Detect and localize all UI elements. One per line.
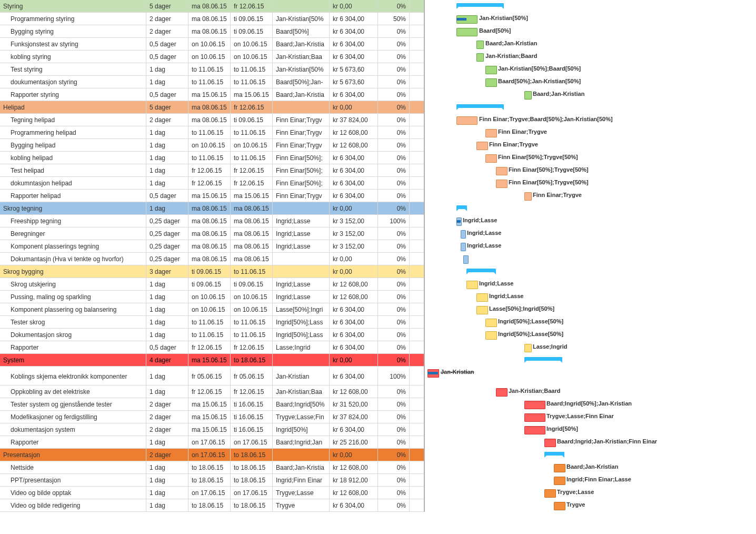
table-row[interactable]: Dokumantasjn (Hva vi tenkte og hvorfor)0… <box>0 253 424 265</box>
task-cost: kr 37 824,00 <box>330 411 378 423</box>
table-row[interactable]: Rapporter1 dagon 17.06.15on 17.06.15Baar… <box>0 436 424 449</box>
gantt-bar[interactable] <box>456 104 504 108</box>
gantt-bar[interactable] <box>476 41 484 49</box>
table-row[interactable]: System4 dagerma 15.06.15to 18.06.15kr 0,… <box>0 354 424 367</box>
table-row[interactable]: Skrog tegning1 dagma 08.06.15ma 08.06.15… <box>0 202 424 215</box>
gantt-bar[interactable] <box>554 502 565 510</box>
gantt-bar[interactable] <box>476 293 488 302</box>
table-row[interactable]: dokumntasjon helipad1 dagfr 12.06.15fr 1… <box>0 177 424 190</box>
table-row[interactable]: Tester system og gjenstående tester2 dag… <box>0 398 424 411</box>
task-name: Pussing, maling og sparkling <box>0 291 146 303</box>
table-row[interactable]: Tegning helipad2 dagerma 08.06.15ti 09.0… <box>0 114 424 126</box>
table-row[interactable]: Beregninger0,25 dagerma 08.06.15ma 08.06… <box>0 228 424 240</box>
gantt-bar[interactable] <box>476 306 488 314</box>
table-row[interactable]: Rapporter helipad0,5 dagerma 15.06.15ma … <box>0 190 424 202</box>
table-row[interactable]: doukumentasjon styring1 dagto 11.06.15to… <box>0 76 424 88</box>
gantt-bar[interactable] <box>485 129 497 137</box>
gantt-bar[interactable] <box>524 401 545 409</box>
gantt-label: Ingrid[50%] <box>546 426 578 432</box>
gantt-label: Baard;Jan-Kristian <box>485 40 537 46</box>
task-start: fr 12.06.15 <box>188 385 231 398</box>
gantt-bar[interactable] <box>524 192 532 201</box>
table-row[interactable]: Tester skrog1 dagto 11.06.15to 11.06.15I… <box>0 316 424 329</box>
table-row[interactable]: Bygging helipad1 dagon 10.06.15on 10.06.… <box>0 139 424 152</box>
gantt-label: Jan-Kristian;Baard <box>485 53 537 59</box>
table-row[interactable]: kobling helipad1 dagto 11.06.15to 11.06.… <box>0 152 424 164</box>
task-duration: 1 dag <box>146 152 188 164</box>
table-row[interactable]: Presentasjon2 dageron 17.06.15to 18.06.1… <box>0 449 424 461</box>
gantt-bar[interactable] <box>524 426 545 434</box>
gantt-bar[interactable] <box>463 255 469 264</box>
table-row[interactable]: Skrog bygging3 dagerti 09.06.15to 11.06.… <box>0 265 424 278</box>
gantt-bar[interactable] <box>524 357 562 361</box>
table-row[interactable]: Nettside1 dagto 18.06.15to 18.06.15Baard… <box>0 461 424 474</box>
gantt-bar[interactable] <box>485 319 497 327</box>
gantt-bar[interactable] <box>524 413 545 422</box>
table-row[interactable]: Styring5 dagerma 08.06.15fr 12.06.15kr 0… <box>0 0 424 13</box>
task-duration: 0,5 dager <box>146 190 188 202</box>
table-row[interactable]: Video og bilde opptak1 dagon 17.06.15on … <box>0 487 424 499</box>
gantt-bar[interactable] <box>524 344 532 352</box>
table-row[interactable]: Dokumentasjon skrog1 dagto 11.06.15to 11… <box>0 329 424 341</box>
gantt-bar[interactable] <box>544 439 556 447</box>
task-duration: 0,25 dager <box>146 228 188 240</box>
gantt-bar[interactable] <box>496 180 508 188</box>
gantt-bar[interactable] <box>544 489 556 498</box>
gantt-bar[interactable] <box>485 154 497 163</box>
task-duration: 2 dager <box>146 411 188 423</box>
gantt-row: Jan-Kristian[50%] <box>427 13 756 25</box>
gantt-bar[interactable] <box>461 243 466 251</box>
gantt-bar[interactable] <box>466 269 496 272</box>
gantt-label: Ingrid;Lasse <box>489 293 523 299</box>
gantt-bar[interactable] <box>485 66 497 74</box>
table-row[interactable]: Pussing, maling og sparkling1 dagon 10.0… <box>0 291 424 303</box>
gantt-bar[interactable] <box>456 116 478 125</box>
gantt-bar[interactable] <box>456 28 478 36</box>
task-cost: kr 5 673,60 <box>330 76 378 88</box>
table-row[interactable]: Modefikasjoner og ferdigstilling2 dagerm… <box>0 411 424 423</box>
task-end: on 10.06.15 <box>231 51 273 63</box>
gantt-bar[interactable] <box>485 331 497 340</box>
gantt-bar[interactable] <box>456 205 467 209</box>
table-row[interactable]: Skrog utskjering1 dagti 09.06.15ti 09.06… <box>0 278 424 291</box>
gantt-bar[interactable] <box>476 142 488 150</box>
gantt-bar[interactable] <box>554 477 565 485</box>
table-row[interactable]: Test styring1 dagto 11.06.15to 11.06.15J… <box>0 63 424 76</box>
table-row[interactable]: Bygging styring2 dagerma 08.06.15ti 09.0… <box>0 25 424 38</box>
gantt-bar[interactable] <box>461 230 466 239</box>
table-row[interactable]: kobling styring0,5 dageron 10.06.15on 10… <box>0 51 424 63</box>
table-row[interactable]: Helipad5 dagerma 08.06.15fr 12.06.15kr 0… <box>0 101 424 114</box>
gantt-bar[interactable] <box>476 53 484 62</box>
table-row[interactable]: Komponent plasserings tegning0,25 dagerm… <box>0 240 424 253</box>
table-row[interactable]: Freeshipp tegning0,25 dagerma 08.06.15ma… <box>0 215 424 228</box>
table-row[interactable]: Koblings skjema elektronikk komponenter1… <box>0 367 424 385</box>
table-row[interactable]: Funksjonstest av styring0,5 dageron 10.0… <box>0 38 424 51</box>
table-row[interactable]: Programmering helipad1 dagto 11.06.15to … <box>0 126 424 139</box>
task-start: to 11.06.15 <box>188 316 231 328</box>
table-row[interactable]: Video og bilde redigering1 dagto 18.06.1… <box>0 499 424 512</box>
task-resources: Lasse;Ingrid <box>273 341 330 353</box>
table-row[interactable]: Rapporter0,5 dagerfr 12.06.15fr 12.06.15… <box>0 341 424 354</box>
task-percent: 0% <box>378 114 410 126</box>
gantt-bar[interactable] <box>496 167 508 175</box>
gantt-bar[interactable] <box>466 281 478 289</box>
task-resources: Finn Einar[50%]; <box>273 152 330 164</box>
gantt-bar[interactable] <box>554 464 565 472</box>
table-row[interactable]: dokumentasjon system2 dagerma 15.06.15ti… <box>0 423 424 436</box>
task-resources: Jan-Kristian;Baa <box>273 385 330 398</box>
gantt-label: Baard;Jan-Kristian <box>566 463 618 470</box>
table-row[interactable]: Komponent plassering og balansering1 dag… <box>0 303 424 316</box>
table-row[interactable]: Programmering styring2 dagerma 08.06.15t… <box>0 13 424 25</box>
gantt-bar[interactable] <box>544 452 564 456</box>
gantt-bar[interactable] <box>524 91 532 100</box>
gantt-bar[interactable] <box>485 78 497 87</box>
gantt-row <box>427 265 756 278</box>
gantt-bar[interactable] <box>456 3 504 7</box>
table-row[interactable]: PPT/presentasjon1 dagto 18.06.15to 18.06… <box>0 474 424 487</box>
task-cost: kr 6 304,00 <box>330 499 378 511</box>
table-row[interactable]: Oppkobling av det elektriske1 dagfr 12.0… <box>0 385 424 398</box>
table-row[interactable]: Test helipad1 dagfr 12.06.15fr 12.06.15F… <box>0 164 424 177</box>
table-row[interactable]: Rapporter styring0,5 dagerma 15.06.15ma … <box>0 88 424 101</box>
gantt-bar[interactable] <box>496 388 508 397</box>
task-name: Rapporter <box>0 341 146 353</box>
